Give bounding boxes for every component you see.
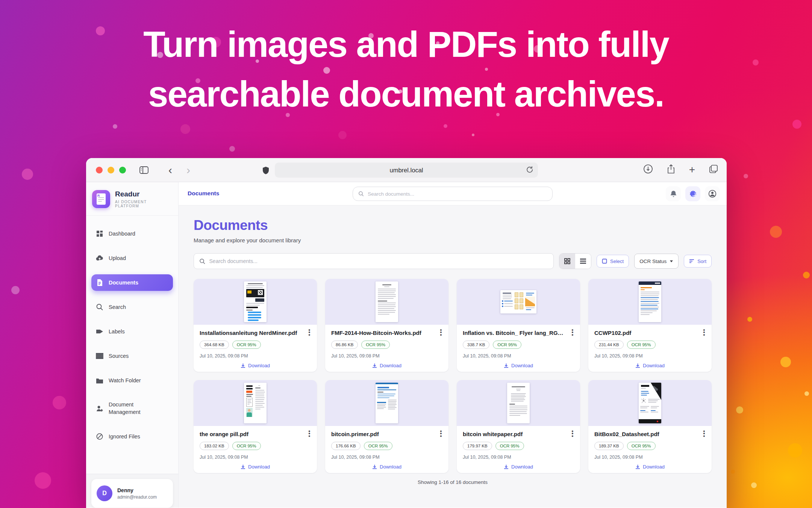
notifications-button[interactable] (666, 186, 681, 201)
document-card[interactable]: bitcoin whitepaper.pdf ••• 179.97 KB OCR… (457, 380, 580, 473)
background-dot (804, 391, 809, 396)
download-link[interactable]: Download (594, 363, 706, 368)
sidebar-footer: D Denny admin@readur.com (86, 474, 178, 508)
ocr-status-badge: OCR 95% (493, 341, 521, 349)
sidebar-item-document-management[interactable]: Document Management (91, 397, 173, 420)
document-thumbnail (588, 279, 712, 325)
page-title: Documents (194, 217, 712, 233)
documents-search-input[interactable] (209, 258, 548, 264)
documents-search[interactable] (194, 253, 554, 269)
reload-icon[interactable] (526, 166, 533, 175)
document-date: Jul 10, 2025, 09:08 PM (200, 455, 311, 460)
sidebar-toggle-icon[interactable] (138, 164, 150, 176)
user-name: Denny (117, 487, 157, 493)
downloads-icon[interactable] (643, 164, 653, 175)
ignored-files-icon (96, 433, 103, 440)
sidebar-item-labels[interactable]: Labels (91, 323, 173, 340)
background-dot (744, 174, 748, 178)
document-card[interactable]: Inflation vs. Bitcoin_ Flyer lang_RGB.pd… (457, 279, 580, 372)
document-name: Installationsanleitung NerdMiner.pdf (200, 330, 311, 336)
document-date: Jul 10, 2025, 09:08 PM (463, 353, 574, 359)
theme-toggle-button[interactable] (685, 186, 700, 201)
more-options-button[interactable]: ••• (701, 329, 707, 336)
sidebar-item-sources[interactable]: Sources (91, 348, 173, 364)
user-icon (708, 190, 717, 198)
download-icon (635, 464, 640, 469)
download-label: Download (380, 363, 401, 368)
user-profile-card[interactable]: D Denny admin@readur.com (91, 479, 173, 508)
sidebar-item-label: Documents (109, 280, 138, 286)
sidebar-item-upload[interactable]: Upload (91, 250, 173, 266)
more-options-button[interactable]: ••• (306, 430, 312, 437)
ocr-status-badge: OCR 95% (361, 341, 390, 349)
download-label: Download (511, 464, 533, 470)
list-view-button[interactable] (575, 254, 591, 269)
download-link[interactable]: Download (331, 363, 442, 368)
download-link[interactable]: Download (200, 363, 311, 368)
breadcrumb[interactable]: Documents (188, 190, 219, 197)
select-label: Select (610, 259, 624, 264)
select-button[interactable]: Select (597, 255, 629, 268)
download-link[interactable]: Download (331, 464, 442, 470)
window-controls (96, 167, 126, 173)
grid-view-button[interactable] (559, 254, 575, 269)
sidebar-item-search[interactable]: Search (91, 299, 173, 315)
background-dot (113, 124, 117, 129)
close-window-button[interactable] (96, 167, 103, 173)
new-tab-icon[interactable]: + (689, 166, 695, 174)
download-link[interactable]: Download (200, 464, 311, 470)
share-icon[interactable] (667, 164, 676, 175)
browser-window: ‹ › umbrel.local + (86, 158, 727, 508)
download-link[interactable]: Download (594, 464, 706, 470)
back-button[interactable]: ‹ (164, 164, 176, 176)
forward-button[interactable]: › (182, 164, 194, 176)
document-card[interactable]: CCWP102.pdf ••• 231.44 KB OCR 95% Jul 10… (588, 279, 712, 372)
shield-icon[interactable] (260, 164, 272, 176)
document-date: Jul 10, 2025, 09:08 PM (331, 353, 442, 359)
minimize-window-button[interactable] (108, 167, 114, 173)
more-options-button[interactable]: ••• (570, 430, 576, 437)
profile-button[interactable] (705, 186, 720, 201)
global-search-input[interactable] (368, 191, 547, 197)
more-options-button[interactable]: ••• (306, 329, 312, 336)
sort-button[interactable]: Sort (684, 255, 712, 268)
more-options-button[interactable]: ••• (570, 329, 576, 336)
search-icon (96, 303, 103, 311)
download-link[interactable]: Download (463, 363, 574, 368)
file-size-badge: 179.97 KB (463, 442, 492, 450)
sidebar-item-watch-folder[interactable]: Watch Folder (91, 372, 173, 389)
more-options-button[interactable]: ••• (438, 329, 444, 336)
background-dot (770, 226, 782, 238)
watch-folder-icon (96, 377, 103, 384)
download-icon (241, 363, 245, 368)
document-card[interactable]: bitcoin.primer.pdf ••• 176.66 KB OCR 95%… (325, 380, 448, 473)
download-link[interactable]: Download (463, 464, 574, 470)
sidebar-item-ignored-files[interactable]: Ignored Files (91, 428, 173, 445)
labels-icon (96, 328, 103, 335)
sidebar-item-dashboard[interactable]: Dashboard (91, 225, 173, 242)
results-count: Showing 1-16 of 16 documents (194, 479, 712, 485)
sidebar-item-documents[interactable]: Documents (91, 274, 173, 291)
download-label: Download (248, 363, 270, 368)
ocr-status-badge: OCR 95% (627, 341, 656, 349)
sort-label: Sort (697, 259, 706, 264)
browser-chrome: ‹ › umbrel.local + (86, 158, 727, 182)
more-options-button[interactable]: ••• (438, 430, 444, 437)
zoom-window-button[interactable] (119, 167, 126, 173)
documents-page: Documents Manage and explore your docume… (179, 205, 727, 508)
address-bar[interactable]: umbrel.local (275, 163, 538, 178)
document-name: Inflation vs. Bitcoin_ Flyer lang_RGB.pd… (463, 330, 574, 336)
document-thumbnail (457, 279, 580, 325)
tab-overview-icon[interactable] (709, 164, 718, 175)
document-card[interactable]: the orange pill.pdf ••• 183.02 KB OCR 95… (194, 380, 317, 473)
more-options-button[interactable]: ••• (701, 430, 707, 437)
file-size-badge: 231.44 KB (594, 341, 624, 349)
global-search[interactable] (353, 187, 553, 201)
sidebar-item-label: Sources (109, 353, 129, 359)
document-card[interactable]: BitBox02_Datasheet.pdf ••• 189.37 KB OCR… (588, 380, 712, 473)
document-card[interactable]: Installationsanleitung NerdMiner.pdf •••… (194, 279, 317, 372)
ocr-status-badge: OCR 95% (495, 442, 524, 450)
document-card[interactable]: FMF-2014-How-Bitcoin-Works.pdf ••• 86.86… (325, 279, 448, 372)
file-size-badge: 189.37 KB (594, 442, 624, 450)
ocr-status-dropdown[interactable]: OCR Status (634, 254, 679, 269)
